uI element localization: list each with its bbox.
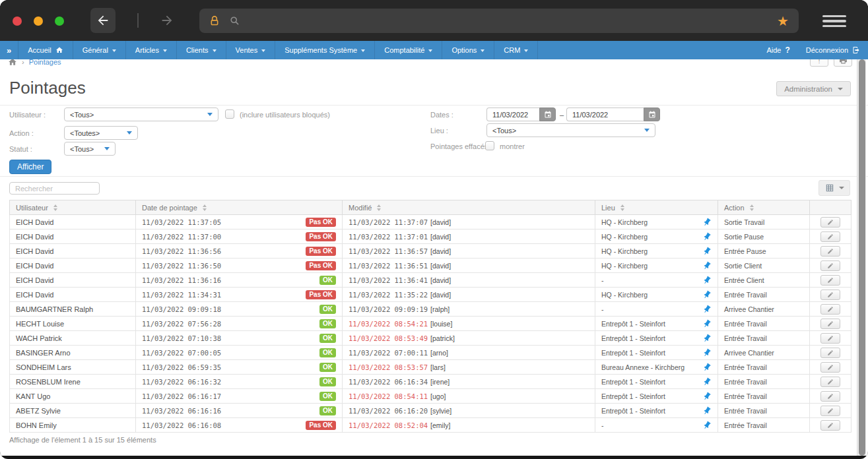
print-button[interactable] [834,59,852,67]
edit-button[interactable] [820,217,840,228]
table-summary: Affichage de l'élement 1 à 15 sur 15 élé… [0,433,868,446]
table-row: HECHT Louise 11/03/2022 07:56:28OK 11/03… [10,317,851,331]
edit-button[interactable] [820,362,840,373]
menu-item-crm[interactable]: CRM [494,41,538,59]
cell-lieu: HQ - Kirchberg [601,218,648,226]
date-to-input[interactable]: 11/03/2022 [566,107,644,121]
map-pin-icon[interactable] [700,288,713,301]
cell-date-pointage: 11/03/2022 11:36:50 [142,262,221,270]
pencil-icon [827,291,834,298]
utilisateur-select[interactable]: <Tous> [64,107,218,121]
cell-action: Sortie Pause [724,233,764,241]
date-from-calendar-button[interactable] [539,107,556,121]
map-pin-icon[interactable] [700,361,713,373]
edit-button[interactable] [820,260,840,271]
table-header-row: Utilisateur Date de pointage Modifié Lie… [10,200,851,215]
menu-item-supplements-systeme[interactable]: Suppléments Système [275,41,375,59]
administration-button[interactable]: Administration [776,81,851,96]
back-button[interactable] [90,8,116,33]
effaces-label: Pointages effacés : [430,142,492,150]
chevron-down-icon [104,147,110,150]
menu-item-comptabilite[interactable]: Comptabilité [375,41,442,59]
column-header-utilisateur[interactable]: Utilisateur [10,200,136,215]
action-select[interactable]: <Toutes> [64,126,138,140]
columns-button[interactable] [818,180,850,196]
lieu-select[interactable]: <Tous> [486,123,655,137]
edit-button[interactable] [820,333,840,344]
cell-date-pointage: 11/03/2022 06:16:16 [142,407,221,415]
map-pin-icon[interactable] [700,274,713,286]
table-row: BAUMGARTNER Ralph 11/03/2022 09:09:18OK … [10,302,851,317]
edit-button[interactable] [820,406,840,416]
edit-button[interactable] [820,391,840,402]
date-to-calendar-button[interactable] [644,107,660,121]
map-pin-icon[interactable] [700,332,713,344]
map-pin-icon[interactable] [700,317,713,330]
pencil-icon [827,408,834,414]
cell-lieu: Entrepôt 1 - Steinfort [601,407,665,415]
column-header-modifie[interactable]: Modifié [343,200,595,215]
column-header-date-de-pointage[interactable]: Date de pointage [136,200,343,215]
chevron-down-icon [524,49,528,52]
menu-item-ventes[interactable]: Ventes [226,41,276,59]
edit-button[interactable] [820,420,840,431]
status-badge: OK [319,392,336,401]
cell-modified-time: 11/03/2022 11:37:01 [349,233,428,241]
cell-modified-user: [david] [430,247,451,255]
edit-button[interactable] [820,290,840,300]
date-from-input[interactable]: 11/03/2022 [486,107,539,121]
home-icon[interactable] [8,59,17,67]
breadcrumb-link-pointages[interactable]: Pointages [29,59,61,66]
edit-button[interactable] [820,348,840,358]
menu-item-general[interactable]: Général [73,41,126,59]
edit-button[interactable] [820,231,840,242]
map-pin-icon[interactable] [700,245,713,257]
edit-button[interactable] [820,275,840,286]
afficher-button[interactable]: Afficher [9,160,51,174]
browser-menu-button[interactable] [822,15,846,27]
edit-button[interactable] [820,304,840,315]
address-bar[interactable]: ★ [199,9,799,33]
status-badge: OK [319,406,336,415]
effaces-checkbox[interactable] [485,141,494,150]
map-pin-icon[interactable] [700,390,713,402]
map-pin-icon[interactable] [700,216,713,228]
menu-item-aide[interactable]: Aide? [758,41,797,59]
map-pin-icon[interactable] [700,303,713,315]
map-pin-icon[interactable] [700,375,713,388]
vertical-scrollbar[interactable] [857,59,866,456]
sort-icon [377,204,381,211]
include-blocked-checkbox[interactable] [225,109,234,119]
menu-item-articles[interactable]: Articles [126,41,177,59]
cell-action: Entrée Client [724,276,764,284]
menu-item-accueil[interactable]: Accueil [18,41,73,59]
forward-button[interactable] [154,8,180,33]
column-header-lieu[interactable]: Lieu [595,200,718,215]
menu-item-clients[interactable]: Clients [177,41,226,59]
close-icon[interactable] [13,16,22,26]
edit-button[interactable] [820,377,840,387]
info-button[interactable]: ! [810,59,828,67]
scrollbar-thumb[interactable] [859,59,865,456]
map-pin-icon[interactable] [700,346,713,359]
map-pin-icon[interactable] [700,230,713,243]
cell-modified-time: 11/03/2022 11:36:41 [349,276,428,284]
minimize-icon[interactable] [34,16,43,26]
calendar-icon [648,111,656,119]
map-pin-icon[interactable] [700,259,713,272]
map-pin-icon[interactable] [700,419,713,431]
maximize-icon[interactable] [55,16,64,26]
menu-item-options[interactable]: Options [442,41,494,59]
map-pin-icon[interactable] [700,404,713,417]
menu-expand-button[interactable]: » [0,41,18,59]
column-header-action[interactable]: Action [718,200,810,215]
star-bookmark-icon[interactable]: ★ [777,15,789,28]
search-input[interactable] [9,182,100,195]
statut-select[interactable]: <Tous> [64,142,116,156]
chevron-down-icon [127,131,132,135]
menu-item-deconnexion[interactable]: Déconnexion [798,41,868,59]
edit-button[interactable] [820,319,840,329]
cell-modified-user: [ugo] [430,392,446,400]
edit-button[interactable] [820,246,840,257]
cell-lieu: HQ - Kirchberg [601,247,648,255]
